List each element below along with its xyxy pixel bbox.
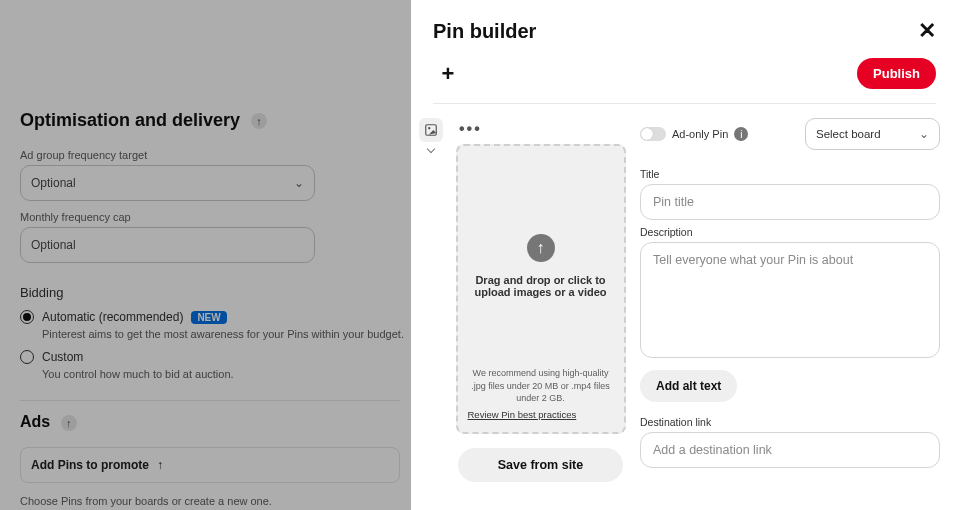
more-options-button[interactable]: ••• [459, 120, 482, 138]
publish-button[interactable]: Publish [857, 58, 936, 89]
description-label: Description [640, 226, 940, 238]
destination-link-label: Destination link [640, 416, 940, 428]
select-board-dropdown[interactable]: Select board ⌄ [805, 118, 940, 150]
ad-only-label: Ad-only Pin [672, 128, 728, 140]
modal-backdrop[interactable] [0, 0, 411, 510]
dropzone-text: Drag and drop or click to upload images … [466, 274, 616, 298]
add-alt-text-button[interactable]: Add alt text [640, 370, 737, 402]
select-board-value: Select board [816, 128, 881, 140]
svg-point-1 [428, 127, 430, 129]
save-from-site-button[interactable]: Save from site [458, 448, 623, 482]
pin-builder-panel: Pin builder ✕ + Publish ••• ↑ Drag and d… [411, 0, 958, 510]
title-label: Title [640, 168, 940, 180]
panel-title: Pin builder [433, 20, 536, 43]
upload-arrow-icon: ↑ [527, 234, 555, 262]
ad-only-toggle[interactable] [640, 127, 666, 141]
dropzone-hint: We recommend using high-quality .jpg fil… [468, 367, 614, 405]
close-icon[interactable]: ✕ [918, 18, 936, 44]
upload-dropzone[interactable]: ↑ Drag and drop or click to upload image… [456, 144, 626, 434]
destination-link-input[interactable] [640, 432, 940, 468]
image-icon[interactable] [419, 118, 443, 142]
chevron-down-icon: ⌄ [919, 127, 929, 141]
chevron-down-icon[interactable] [427, 145, 435, 153]
add-pin-button[interactable]: + [433, 59, 463, 89]
best-practices-link[interactable]: Review Pin best practices [468, 409, 614, 420]
pin-title-input[interactable] [640, 184, 940, 220]
info-icon[interactable]: i [734, 127, 748, 141]
pin-description-input[interactable] [640, 242, 940, 358]
pin-thumbnail-rail [421, 118, 441, 494]
